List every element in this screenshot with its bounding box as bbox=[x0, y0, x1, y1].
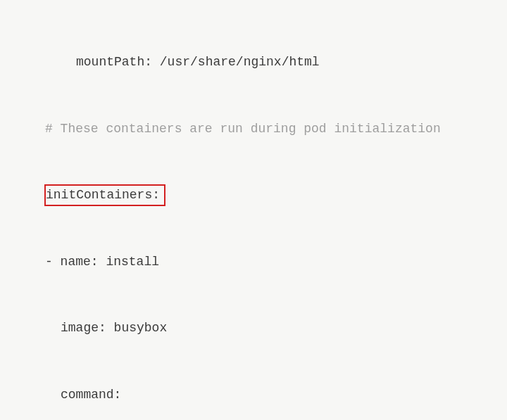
code-line: mountPath: /usr/share/nginx/html bbox=[14, 51, 493, 74]
code-line-highlighted: initContainers: bbox=[14, 184, 493, 207]
code-text: # These containers are run during pod in… bbox=[45, 122, 441, 136]
code-line: image: busybox bbox=[14, 317, 493, 340]
code-text: image: busybox bbox=[61, 321, 167, 335]
code-line: - name: install bbox=[14, 251, 493, 274]
code-text: initContainers: bbox=[46, 188, 160, 202]
yaml-code-block: mountPath: /usr/share/nginx/html # These… bbox=[14, 7, 493, 420]
code-comment-line: # These containers are run during pod in… bbox=[14, 118, 493, 141]
code-line: command: bbox=[14, 384, 493, 407]
code-text: - name: install bbox=[45, 255, 159, 269]
highlight-box: initContainers: bbox=[44, 184, 165, 206]
code-text: command: bbox=[61, 388, 121, 402]
code-text: mountPath: /usr/share/nginx/html bbox=[76, 55, 320, 69]
